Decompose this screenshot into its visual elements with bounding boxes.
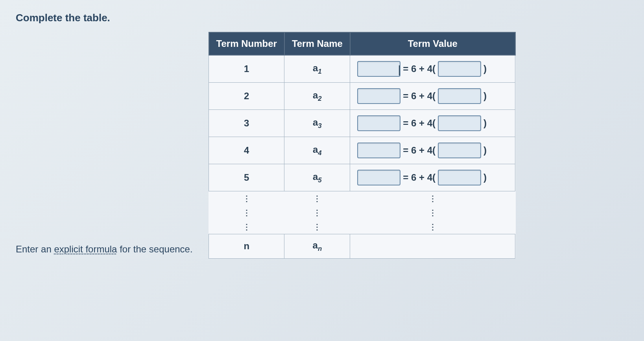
- term-name-cell: a2: [284, 83, 350, 110]
- term-name-cell: a1: [284, 55, 350, 83]
- value-input-right[interactable]: [438, 170, 481, 185]
- left-column: Enter an explicit formula for the sequen…: [16, 244, 193, 259]
- close-paren: ): [483, 145, 487, 156]
- equation-text: = 6 + 4(: [403, 91, 435, 102]
- vdots: ⋮: [284, 191, 350, 206]
- header-term-number: Term Number: [209, 32, 284, 55]
- term-number-cell: 3: [209, 110, 284, 137]
- ellipsis-row: ⋮⋮⋮: [209, 191, 515, 206]
- term-name-cell: an: [284, 234, 350, 259]
- close-paren: ): [483, 118, 487, 129]
- vdots: ⋮: [209, 191, 284, 206]
- term-name-cell: a3: [284, 110, 350, 137]
- value-input-left[interactable]: [357, 170, 400, 185]
- header-term-name: Term Name: [284, 32, 350, 55]
- value-input-right[interactable]: [438, 115, 481, 131]
- close-paren: ): [483, 172, 487, 183]
- value-input-right[interactable]: [438, 143, 481, 158]
- term-number-cell: 1: [209, 55, 284, 83]
- instruction-text: Complete the table.: [16, 12, 628, 24]
- value-input-right[interactable]: [438, 88, 481, 104]
- sequence-table: Term Number Term Name Term Value 1a1= 6 …: [209, 32, 516, 259]
- value-input-left[interactable]: [357, 143, 400, 158]
- vdots: ⋮: [350, 220, 515, 234]
- value-input-left[interactable]: [357, 61, 400, 77]
- vdots: ⋮: [209, 220, 284, 234]
- equation-text: = 6 + 4(: [403, 63, 435, 74]
- term-value-cell: = 6 + 4(): [350, 55, 515, 83]
- term-number-cell: 4: [209, 137, 284, 164]
- vdots: ⋮: [209, 206, 284, 220]
- vdots: ⋮: [350, 206, 515, 220]
- term-number-cell: 5: [209, 164, 284, 191]
- equation-text: = 6 + 4(: [403, 145, 435, 156]
- explicit-formula-link[interactable]: explicit formula: [54, 244, 117, 254]
- close-paren: ): [483, 91, 487, 102]
- term-name-cell: a4: [284, 137, 350, 164]
- table-row: 3a3= 6 + 4(): [209, 110, 515, 137]
- table-row-n: nan: [209, 234, 515, 259]
- formula-prompt: Enter an explicit formula for the sequen…: [16, 244, 193, 259]
- equation-text: = 6 + 4(: [403, 172, 435, 183]
- formula-prompt-post: for the sequence.: [117, 244, 192, 254]
- equation-text: = 6 + 4(: [403, 118, 435, 129]
- term-name-cell: a5: [284, 164, 350, 191]
- term-value-cell: = 6 + 4(): [350, 137, 515, 164]
- vdots: ⋮: [350, 191, 515, 206]
- term-number-cell: n: [209, 234, 284, 259]
- header-term-value: Term Value: [350, 32, 515, 55]
- value-input-left[interactable]: [357, 115, 400, 131]
- term-value-cell: = 6 + 4(): [350, 110, 515, 137]
- term-value-cell: = 6 + 4(): [350, 164, 515, 191]
- value-input-right[interactable]: [438, 61, 481, 77]
- term-value-cell-n[interactable]: [350, 234, 515, 259]
- ellipsis-row: ⋮⋮⋮: [209, 220, 515, 234]
- close-paren: ): [483, 63, 487, 74]
- table-row: 1a1= 6 + 4(): [209, 55, 515, 83]
- term-number-cell: 2: [209, 83, 284, 110]
- value-input-left[interactable]: [357, 88, 400, 104]
- table-row: 2a2= 6 + 4(): [209, 83, 515, 110]
- vdots: ⋮: [284, 206, 350, 220]
- vdots: ⋮: [284, 220, 350, 234]
- formula-prompt-pre: Enter an: [16, 244, 54, 254]
- term-value-cell: = 6 + 4(): [350, 83, 515, 110]
- table-row: 4a4= 6 + 4(): [209, 137, 515, 164]
- table-row: 5a5= 6 + 4(): [209, 164, 515, 191]
- content-layout: Enter an explicit formula for the sequen…: [16, 32, 628, 259]
- ellipsis-row: ⋮⋮⋮: [209, 206, 515, 220]
